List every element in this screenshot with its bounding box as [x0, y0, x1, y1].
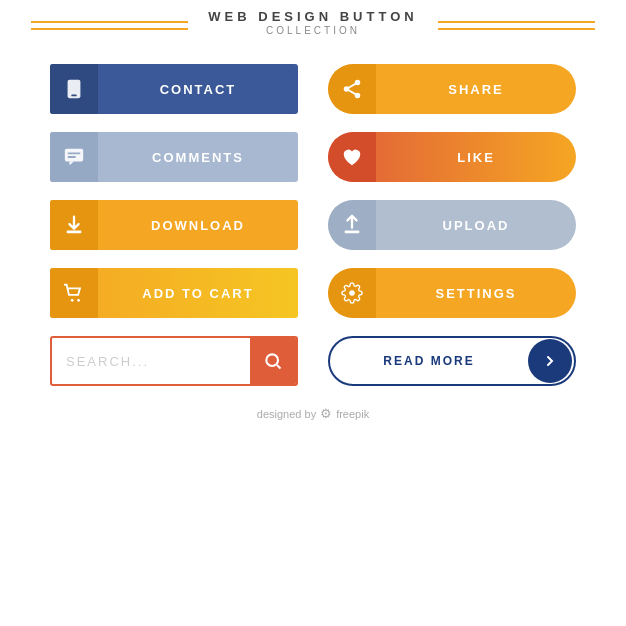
svg-line-5 [347, 83, 358, 89]
title-area: WEB DESIGN BUTTON COLLECTION [188, 9, 437, 36]
search-icon [250, 338, 296, 384]
buttons-grid: CONTACT SHARE COMMENTS LIKE DOWNLOAD UPL… [0, 64, 626, 386]
upload-button[interactable]: UPLOAD [328, 200, 576, 250]
svg-rect-9 [68, 152, 81, 154]
share-button[interactable]: SHARE [328, 64, 576, 114]
comments-label: COMMENTS [98, 150, 298, 165]
svg-line-6 [347, 89, 358, 95]
download-label: DOWNLOAD [98, 218, 298, 233]
svg-rect-1 [71, 95, 77, 97]
download-icon [50, 200, 98, 250]
contact-label: CONTACT [98, 82, 298, 97]
readmore-button[interactable]: READ MORE [328, 336, 576, 386]
like-button[interactable]: LIKE [328, 132, 576, 182]
svg-point-14 [77, 299, 80, 302]
svg-line-17 [277, 365, 281, 369]
settings-label: SETTINGS [376, 286, 576, 301]
svg-rect-12 [345, 231, 360, 234]
download-button[interactable]: DOWNLOAD [50, 200, 298, 250]
upload-icon [328, 200, 376, 250]
share-label: SHARE [376, 82, 576, 97]
line-top [31, 21, 188, 23]
svg-point-13 [71, 299, 74, 302]
header: WEB DESIGN BUTTON COLLECTION [31, 14, 594, 36]
footer-brand: freepik [336, 408, 369, 420]
left-lines [31, 21, 188, 30]
comments-button[interactable]: COMMENTS [50, 132, 298, 182]
sub-title: COLLECTION [208, 25, 417, 36]
chat-icon [50, 132, 98, 182]
search-button[interactable]: SEARCH... [50, 336, 298, 386]
footer: designed by ⚙ freepik [257, 406, 369, 421]
heart-icon [328, 132, 376, 182]
svg-point-15 [349, 290, 355, 296]
addtocart-label: ADD TO CART [98, 286, 298, 301]
line-bottom-r [438, 28, 595, 30]
settings-button[interactable]: SETTINGS [328, 268, 576, 318]
svg-rect-7 [65, 149, 83, 162]
readmore-label: READ MORE [330, 354, 528, 368]
svg-point-16 [266, 354, 278, 366]
cart-icon [50, 268, 98, 318]
svg-rect-10 [68, 156, 76, 158]
arrow-icon [528, 339, 572, 383]
search-placeholder: SEARCH... [52, 354, 250, 369]
line-bottom [31, 28, 188, 30]
phone-icon [50, 64, 98, 114]
line-top-r [438, 21, 595, 23]
right-lines [438, 21, 595, 30]
footer-text: designed by [257, 408, 316, 420]
svg-rect-11 [67, 231, 82, 234]
share-icon [328, 64, 376, 114]
upload-label: UPLOAD [376, 218, 576, 233]
main-title: WEB DESIGN BUTTON [208, 9, 417, 24]
addtocart-button[interactable]: ADD TO CART [50, 268, 298, 318]
svg-marker-8 [69, 162, 74, 166]
like-label: LIKE [376, 150, 576, 165]
settings-icon [328, 268, 376, 318]
freepik-icon: ⚙ [320, 406, 332, 421]
contact-button[interactable]: CONTACT [50, 64, 298, 114]
